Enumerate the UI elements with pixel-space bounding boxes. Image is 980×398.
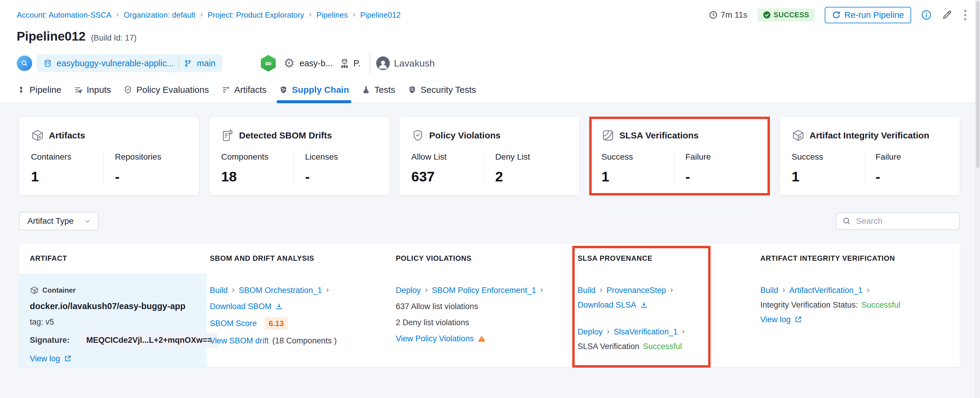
tab-label: Artifacts xyxy=(234,85,266,95)
breadcrumb-account[interactable]: Account: Automation-SSCA xyxy=(17,10,111,20)
card-title: Artifact Integrity Verification xyxy=(810,130,929,141)
repo-icon xyxy=(43,59,52,67)
repo-name: easybuggy-vulnerable-applic... xyxy=(57,59,174,68)
breadcrumb-org[interactable]: Organization: default xyxy=(124,10,195,20)
download-sbom-link[interactable]: Download SBOM xyxy=(210,302,272,311)
chevron-separator: › xyxy=(606,327,610,337)
card-col-label: Components xyxy=(221,152,294,162)
col-header-slsa: SLSA PROVENANCE xyxy=(575,254,757,262)
scrollbar[interactable] xyxy=(975,0,980,398)
signature-value[interactable]: MEQCICde2Vjl...L+2+mqnOXw== xyxy=(81,332,218,348)
delegate-icon xyxy=(339,58,350,69)
status-badge: SUCCESS xyxy=(758,8,815,21)
rerun-pipeline-button[interactable]: Re-run Pipeline xyxy=(825,7,911,23)
view-policy-violations-link[interactable]: View Policy Violations xyxy=(396,334,474,344)
artifact-cell: Container docker.io/lavakush07/easy-bugg… xyxy=(19,273,207,367)
card-col-value: - xyxy=(115,168,188,185)
tab-artifacts[interactable]: Artifacts xyxy=(221,85,266,102)
tab-label: Security Tests xyxy=(420,85,476,95)
breadcrumb-project[interactable]: Project: Product Exploratory xyxy=(208,10,304,20)
external-link-icon[interactable] xyxy=(64,355,72,363)
table-row: Container docker.io/lavakush07/easy-bugg… xyxy=(19,273,960,367)
step-link[interactable]: SBOM Policy Enforcement_1 xyxy=(432,286,536,295)
container-cube-icon xyxy=(30,286,39,295)
drift-components-count: (18 Components ) xyxy=(272,336,337,345)
artifact-tag: tag: v5 xyxy=(30,317,54,327)
stage-link[interactable]: Deploy xyxy=(396,286,421,295)
page-header: Account: Automation-SSCA › Organization:… xyxy=(0,0,980,103)
view-log-link[interactable]: View log xyxy=(30,354,60,363)
allow-violations-text: 637 Allow list violations xyxy=(396,302,478,311)
sbom-drift-icon xyxy=(221,129,234,142)
status-text: SUCCESS xyxy=(774,11,810,19)
duration-text: 7m 11s xyxy=(721,10,748,20)
tab-policy-evaluations[interactable]: Policy Evaluations xyxy=(123,85,208,102)
tab-label: Tests xyxy=(374,85,395,95)
tab-pipeline[interactable]: Pipeline xyxy=(17,85,61,102)
view-sbom-drift-link[interactable]: View SBOM drift xyxy=(210,336,269,345)
card-col-value: 637 xyxy=(411,168,484,185)
stage-link[interactable]: Build xyxy=(760,286,778,295)
step-link[interactable]: ProvenanceStep xyxy=(606,286,666,295)
external-link-icon[interactable] xyxy=(794,316,802,323)
kebab-menu-icon[interactable] xyxy=(963,8,968,22)
card-title: Detected SBOM Drifts xyxy=(239,130,332,141)
breadcrumb-current[interactable]: Pipeline012 xyxy=(360,10,401,20)
card-policy-violations: Policy Violations Allow List 637 Deny Li… xyxy=(399,117,579,195)
scrollbar-thumb[interactable] xyxy=(976,1,979,168)
tab-security-tests[interactable]: Security Tests xyxy=(408,85,476,102)
stage-link[interactable]: Build xyxy=(210,286,228,295)
card-col-label: Licenses xyxy=(305,152,378,162)
view-log-link[interactable]: View log xyxy=(760,315,791,324)
edit-icon[interactable] xyxy=(942,10,952,20)
step-link[interactable]: ArtifactVerification_1 xyxy=(789,286,862,295)
artifact-name: docker.io/lavakush07/easy-buggy-app xyxy=(30,301,185,311)
search-input[interactable] xyxy=(856,216,953,226)
refresh-icon xyxy=(832,10,841,19)
card-col-label: Failure xyxy=(686,152,758,162)
card-col-label: Repositories xyxy=(115,152,188,162)
gear-icon: ⚙ xyxy=(283,57,295,70)
webhook-text: easy-b... xyxy=(299,59,332,68)
step-link[interactable]: SlsaVerification_1 xyxy=(614,327,678,337)
tab-tests[interactable]: Tests xyxy=(361,85,395,102)
breadcrumb-pipelines[interactable]: Pipelines xyxy=(317,10,348,20)
download-slsa-link[interactable]: Download SLSA xyxy=(578,300,636,310)
download-icon[interactable] xyxy=(275,302,283,310)
warning-icon xyxy=(477,334,486,343)
card-col-label: Containers xyxy=(31,152,103,162)
build-id: (Build Id: 17) xyxy=(91,34,137,43)
tab-inputs[interactable]: Inputs xyxy=(74,85,111,102)
integrity-cell: Build › ArtifactVerification_1 › Integri… xyxy=(757,273,960,367)
inputs-icon xyxy=(74,85,83,94)
download-icon[interactable] xyxy=(640,301,648,309)
stage-link[interactable]: Build xyxy=(578,286,595,295)
step-link[interactable]: SBOM Orchestration_1 xyxy=(239,286,322,295)
artifact-type-label: Artifact Type xyxy=(27,216,74,226)
slsa-status-value: Successful xyxy=(643,342,682,351)
card-col-value: - xyxy=(876,168,948,185)
card-col-value: - xyxy=(686,168,758,185)
signature-label: Signature: xyxy=(30,336,70,345)
delegate-short: P. xyxy=(353,59,361,68)
supply-chain-panel: Artifacts Containers 1 Repositories - De… xyxy=(0,103,980,367)
info-icon[interactable] xyxy=(921,10,931,20)
breadcrumb-separator: › xyxy=(309,10,312,20)
tab-label: Inputs xyxy=(87,85,111,95)
artifact-type-dropdown[interactable]: Artifact Type xyxy=(19,212,99,230)
stage-link[interactable]: Deploy xyxy=(578,327,603,337)
col-header-artifact: ARTIFACT xyxy=(19,254,207,262)
pipeline-icon xyxy=(17,85,25,94)
branch-name: main xyxy=(197,59,215,68)
card-col-value: - xyxy=(305,168,378,185)
sbom-score-link[interactable]: SBOM Score xyxy=(210,319,257,328)
repo-branch-pill[interactable]: easybuggy-vulnerable-applic... main xyxy=(37,54,223,72)
search-icon xyxy=(842,217,851,225)
card-col-value: 18 xyxy=(221,168,294,185)
branch-icon xyxy=(184,59,192,67)
slsa-icon xyxy=(601,129,614,142)
tab-supply-chain[interactable]: Supply Chain xyxy=(279,85,349,102)
search-box[interactable] xyxy=(836,213,960,230)
card-col-value: 1 xyxy=(601,168,674,185)
breadcrumb: Account: Automation-SSCA › Organization:… xyxy=(17,10,401,20)
